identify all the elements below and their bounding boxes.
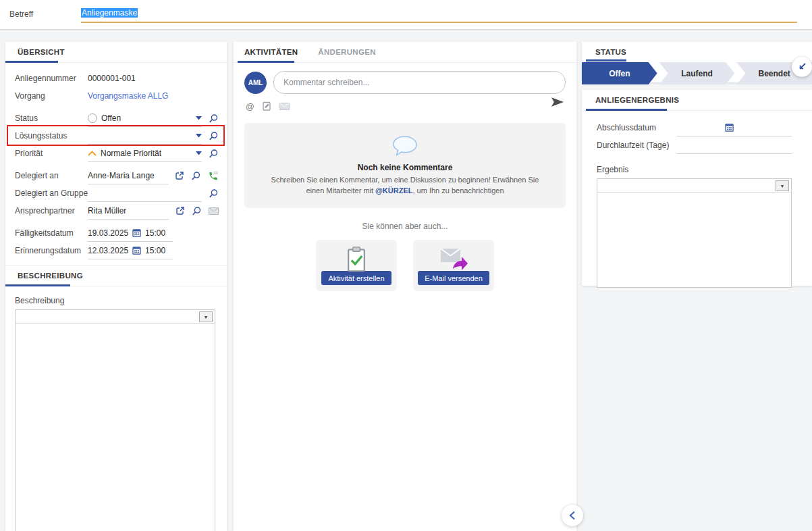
quick-actions: Aktivität erstellen E-Mail versenden: [234, 240, 576, 291]
comment-composer: AML: [234, 63, 576, 94]
field-label: Delegiert an: [15, 171, 88, 180]
mention-token: @KÜRZEL: [375, 186, 412, 195]
calendar-icon[interactable]: [725, 123, 734, 132]
priority-normal-icon: [88, 151, 97, 156]
tab-beschreibung[interactable]: BESCHREIBUNG: [18, 272, 83, 280]
tab-uebersicht[interactable]: ÜBERSICHT: [18, 48, 65, 56]
chevron-down-icon[interactable]: [196, 134, 202, 138]
step-laufend[interactable]: Laufend: [659, 62, 735, 84]
field-label: Anliegennummer: [15, 74, 88, 83]
delegiert-an-gruppe-field[interactable]: [88, 185, 202, 202]
field-label: Durchlaufzeit (Tage): [597, 141, 676, 150]
tab-aktivitaeten[interactable]: AKTIVITÄTEN: [244, 48, 298, 56]
result-fields: Abschlussdatum Durchlaufzeit (Tage): [582, 111, 812, 154]
chevron-down-icon[interactable]: [196, 151, 202, 155]
subject-bar: Betreff Anliegenmaske: [0, 0, 812, 30]
email-icon[interactable]: [209, 207, 219, 215]
empty-state-title: Noch keine Kommentare: [358, 163, 453, 172]
ergebnis-textarea[interactable]: ▼: [597, 178, 792, 288]
search-icon[interactable]: [209, 149, 219, 159]
beschreibung-value[interactable]: [16, 324, 215, 531]
anliegennummer-value: 0000001-001: [88, 74, 136, 83]
ergebnis-value[interactable]: [597, 193, 791, 287]
field-label: Erinnerungsdatum: [15, 246, 88, 255]
ergebnis-toolbar: ▼: [597, 179, 791, 193]
erinnerungsdatum-field[interactable]: 12.03.2025 15:00: [88, 243, 173, 259]
delegiert-an-field[interactable]: Anne-Maria Lange: [88, 168, 168, 184]
no-comments-card: Noch keine Kommentare Schreiben Sie eine…: [244, 123, 566, 208]
active-tab-indicator: [5, 284, 70, 286]
subject-input[interactable]: Anliegenmaske: [81, 5, 797, 23]
tab-status[interactable]: STATUS: [595, 48, 626, 56]
status-panel: STATUS Offen Laufend Beendet: [582, 42, 812, 82]
dropdown-button[interactable]: ▼: [776, 180, 789, 191]
search-icon[interactable]: [209, 188, 219, 199]
reminder-time-value: 15:00: [145, 246, 165, 255]
dropdown-button[interactable]: ▼: [199, 311, 213, 322]
field-label: Ansprechpartner: [15, 206, 88, 216]
arrow-down-left-icon: [796, 61, 807, 72]
search-icon[interactable]: [191, 171, 201, 181]
search-icon[interactable]: [209, 131, 219, 141]
result-panel: ANLIEGENERGEBNIS Abschlussdatum Durchlau…: [582, 90, 812, 286]
note-icon[interactable]: [263, 101, 271, 111]
tab-aenderungen[interactable]: ÄNDERUNGEN: [318, 48, 375, 56]
calendar-icon[interactable]: [132, 246, 141, 255]
open-record-icon[interactable]: [175, 206, 185, 216]
mail-forward-icon: [413, 248, 494, 271]
shrink-panel-button[interactable]: [792, 57, 812, 77]
ansprechpartner-value: Rita Müller: [88, 206, 126, 216]
delegiert-an-value: Anne-Maria Lange: [88, 171, 155, 180]
chevron-left-icon: [569, 511, 576, 520]
chevron-down-icon[interactable]: [196, 116, 202, 120]
send-email-button[interactable]: E-Mail versenden: [418, 271, 489, 285]
due-time-value: 15:00: [145, 228, 165, 238]
field-row-faelligkeitsdatum: Fälligkeitsdatum 19.03.2025 15:00: [15, 224, 219, 242]
field-row-ansprechpartner: Ansprechpartner Rita Müller: [15, 202, 219, 220]
status-value: Offen: [101, 113, 121, 123]
status-field[interactable]: Offen: [88, 110, 202, 127]
field-row-delegiert-an-gruppe: Delegiert an Gruppe: [15, 184, 219, 202]
comment-input[interactable]: [273, 71, 566, 94]
subject-label: Betreff: [9, 9, 33, 19]
status-steps: Offen Laufend Beendet: [582, 62, 812, 84]
durchlaufzeit-field[interactable]: [676, 137, 792, 154]
abschlussdatum-field[interactable]: [676, 120, 792, 136]
faelligkeitsdatum-field[interactable]: 19.03.2025 15:00: [88, 225, 173, 242]
loesungsstatus-field[interactable]: [88, 128, 202, 145]
subject-value: Anliegenmaske: [81, 8, 138, 18]
open-record-icon[interactable]: [175, 171, 184, 180]
comment-toolbar: @: [234, 94, 576, 113]
field-row-status: Status Offen: [15, 109, 219, 127]
send-icon[interactable]: [551, 97, 564, 109]
step-offen[interactable]: Offen: [582, 62, 657, 84]
calendar-icon[interactable]: [132, 228, 141, 237]
vorgang-link[interactable]: Vorgangsmaske ALLG: [88, 91, 168, 101]
field-label: Status: [15, 113, 88, 123]
collapse-panel-button[interactable]: [562, 505, 583, 526]
mail-icon[interactable]: [279, 103, 290, 110]
field-row-erinnerungsdatum: Erinnerungsdatum 12.03.2025 15:00: [15, 242, 219, 259]
tab-anliegenergebnis[interactable]: ANLIEGENERGEBNIS: [595, 96, 679, 104]
field-row-durchlaufzeit: Durchlaufzeit (Tage): [597, 136, 792, 154]
activities-tabbar: AKTIVITÄTEN ÄNDERUNGEN: [234, 42, 576, 63]
prioritaet-field[interactable]: Normale Priorität: [88, 145, 202, 162]
also-text: Sie können aber auch...: [234, 222, 576, 231]
field-label: Priorität: [15, 149, 88, 158]
activities-panel: AKTIVITÄTEN ÄNDERUNGEN AML @ Noch keine …: [234, 42, 576, 531]
search-icon[interactable]: [192, 206, 202, 216]
ansprechpartner-field[interactable]: Rita Müller: [88, 203, 169, 220]
app-window: Betreff Anliegenmaske ÜBERSICHT Anliegen…: [0, 0, 812, 531]
mention-icon[interactable]: @: [246, 101, 254, 111]
empty-state-text: Schreiben Sie einen Kommentar, um eine D…: [265, 175, 545, 197]
search-icon[interactable]: [209, 113, 219, 124]
avatar: AML: [244, 72, 267, 94]
active-tab-indicator: [5, 61, 58, 63]
field-row-loesungsstatus: Lösungsstatus: [15, 127, 219, 145]
clipboard-check-icon: [316, 245, 397, 274]
overview-panel: ÜBERSICHT Anliegennummer 0000001-001 Vor…: [5, 42, 227, 531]
beschreibung-textarea[interactable]: ▼: [15, 309, 215, 531]
phone-icon[interactable]: [208, 171, 219, 181]
due-date-value: 19.03.2025: [88, 228, 128, 238]
field-row-delegiert-an: Delegiert an Anne-Maria Lange: [15, 167, 219, 184]
